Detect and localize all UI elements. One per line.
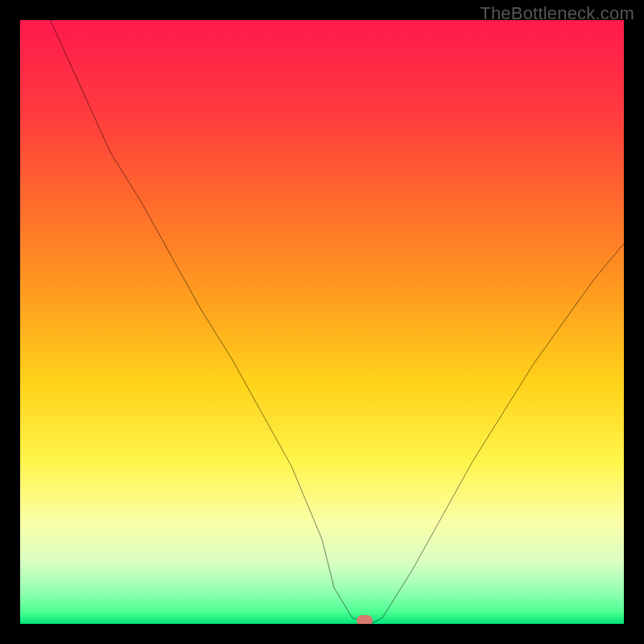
bottleneck-curve (20, 20, 624, 624)
chart-stage: TheBottleneck.com (0, 0, 644, 644)
optimal-point-marker (357, 615, 373, 624)
watermark-text: TheBottleneck.com (480, 3, 634, 24)
plot-area (20, 20, 624, 624)
